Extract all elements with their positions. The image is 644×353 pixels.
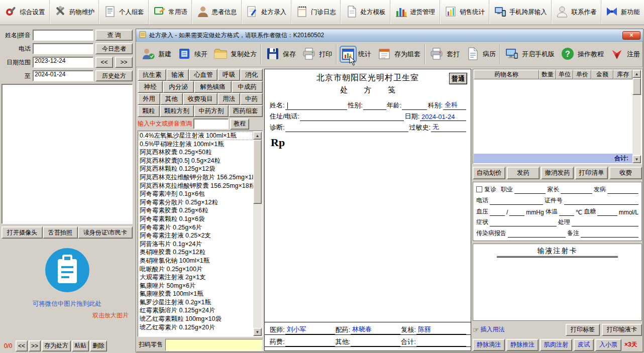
toolbar-item-patient-info[interactable]: 患者信息 xyxy=(192,0,242,25)
copy-rx-button[interactable]: 复制处方 xyxy=(210,45,260,64)
drug-category-button[interactable]: 消化 xyxy=(240,69,263,81)
print-label-button[interactable]: 打印标签 xyxy=(566,324,600,336)
read-idcard-button[interactable]: 读身份证\市民卡 xyxy=(78,226,133,239)
drug-category-button[interactable]: 心血管 xyxy=(189,69,218,81)
toolbar-item-sales-stats[interactable]: 销售统计 xyxy=(440,0,490,25)
delete-button[interactable]: 删除 xyxy=(90,340,107,351)
search-tutorial-button[interactable]: 教程 xyxy=(230,119,249,130)
image-prev-button[interactable]: << xyxy=(16,340,28,351)
injection-method-button[interactable]: 静脉滴注 xyxy=(473,339,505,351)
scroll-up-icon[interactable]: ▲ xyxy=(253,132,262,140)
date-prev-button[interactable]: << xyxy=(95,57,113,68)
patient-list[interactable] xyxy=(2,84,133,224)
scroll-down-icon[interactable]: ▼ xyxy=(632,155,641,163)
toolbar-item-rx-entry[interactable]: 处方录入 xyxy=(242,0,291,25)
table-scrollbar[interactable]: ▲ ▼ xyxy=(632,70,641,163)
toolbar-item-mobile-input[interactable]: 手机跨屏输入 xyxy=(489,0,552,25)
drug-category-button[interactable]: 用法 xyxy=(218,93,240,105)
toolbar-item-settings[interactable]: 综合设置 xyxy=(0,0,50,25)
remark-field[interactable] xyxy=(581,230,638,238)
drug-category-button[interactable]: 解热镇痛 xyxy=(194,81,232,93)
zoom-hint-text[interactable]: 双击放大图片 xyxy=(92,311,133,320)
rx-gender-field[interactable] xyxy=(363,101,386,110)
temp-field[interactable] xyxy=(559,209,574,216)
rx-type-badge[interactable]: 普通 xyxy=(449,73,467,84)
form-phone-field[interactable] xyxy=(490,198,543,205)
drug-category-button[interactable]: 神经 xyxy=(138,81,163,93)
drug-list-item[interactable]: 奥硝唑胶囊 0.25g×12粒 xyxy=(139,248,253,257)
onset-field[interactable] xyxy=(607,187,638,194)
tutorial-button[interactable]: ? 操作教程 xyxy=(558,45,607,64)
scrollbar-track[interactable] xyxy=(253,204,262,328)
drug-category-button[interactable]: 外用 xyxy=(138,93,160,105)
drug-category-button[interactable]: 西药组套 xyxy=(229,105,263,117)
billing-action-button[interactable]: 发药 xyxy=(507,167,540,179)
toolbar-item-rx-template[interactable]: 处方模板 xyxy=(341,0,390,25)
rx-allergy-field[interactable]: 无 xyxy=(431,123,466,132)
save-as-rx-button[interactable]: 存为处方 xyxy=(42,340,71,351)
toolbar-item-new-features[interactable]: 新功能 xyxy=(601,0,644,25)
image-next-button[interactable]: >> xyxy=(29,340,41,351)
id-no-field[interactable] xyxy=(564,198,638,205)
injection-method-button[interactable]: 皮试 xyxy=(574,339,594,351)
scrollbar-thumb[interactable] xyxy=(253,140,262,204)
insert-usage-link[interactable]: ☞ 插入用法 xyxy=(473,325,505,334)
rx-name-field[interactable] xyxy=(285,101,348,110)
drug-list-item[interactable]: 阿奇霉素胶囊 0.25g×6粒 xyxy=(139,206,253,215)
toolbar-item-outpatient-log[interactable]: 门诊日志 xyxy=(291,0,341,25)
rx-age-field[interactable] xyxy=(402,101,427,110)
days-multiplier[interactable]: ×3天 xyxy=(624,340,637,349)
bp-dia-field[interactable] xyxy=(509,209,524,216)
toolbar-item-personal-group[interactable]: 个人组套 xyxy=(99,0,149,25)
phone-input-field[interactable] xyxy=(35,44,91,51)
continue-button[interactable]: 续开 xyxy=(174,45,210,64)
injection-method-button[interactable]: 肌肉注射 xyxy=(540,339,572,351)
date-to-field[interactable] xyxy=(35,71,91,78)
toolbar-item-drug-maintenance[interactable]: 药物维护 xyxy=(50,0,99,25)
drug-list-item[interactable]: 阿莫西林胶囊[0.5] 0.5g×24粒 xyxy=(139,157,253,165)
drug-search-field[interactable] xyxy=(194,119,228,126)
drug-category-button[interactable]: 呼吸 xyxy=(218,69,240,81)
name-pinyin-input-field[interactable] xyxy=(35,30,91,37)
save-button[interactable]: 保存 xyxy=(263,45,299,64)
drug-list-item[interactable]: 阿奇霉素片 0.25g×6片 xyxy=(139,223,253,232)
close-button[interactable]: × xyxy=(622,31,640,40)
drug-list-item[interactable]: 琥乙红霉素片 0.125g×20片 xyxy=(139,323,253,332)
paste-button[interactable]: 粘贴 xyxy=(72,340,89,351)
rx-diag-field[interactable] xyxy=(285,123,409,132)
drug-search-input[interactable] xyxy=(193,119,229,129)
drug-list-scrollbar[interactable]: ▲ ▼ xyxy=(253,132,262,336)
drug-list-item[interactable]: 氟康唑片 50mg×6片 xyxy=(139,282,253,290)
rx-total-field[interactable] xyxy=(416,337,466,346)
drug-category-button[interactable]: 中药 xyxy=(240,93,263,105)
rx-body-area[interactable] xyxy=(265,149,471,322)
toolbar-item-purchase[interactable]: 进货管理 xyxy=(390,0,440,25)
drug-list-item[interactable]: 阿莫西林胶囊 0.25g×50粒 xyxy=(139,148,253,157)
drug-list-item[interactable]: 阿莫西林克拉维酸钾分散片 156.25mg×18 xyxy=(139,173,253,182)
date-to-input[interactable] xyxy=(33,70,93,81)
billing-action-button[interactable]: 撤消发药 xyxy=(541,167,574,179)
guardian-field[interactable] xyxy=(561,187,592,194)
toolbar-item-contact-author[interactable]: 联系作者 xyxy=(552,0,601,25)
date-from-field[interactable] xyxy=(35,57,91,64)
wechat-image-dropzone[interactable]: 可将微信中图片拖到此处 双击放大图片 xyxy=(2,241,133,337)
scrollbar-track[interactable] xyxy=(632,95,641,155)
symptom-field[interactable] xyxy=(490,219,557,226)
scroll-up-icon[interactable]: ▲ xyxy=(632,70,641,78)
register-button[interactable]: 注册 xyxy=(607,45,643,64)
toolbar-item-phrases[interactable]: 常用语 xyxy=(149,0,192,25)
drug-category-button[interactable]: 颗粒 xyxy=(138,105,160,117)
open-camera-button[interactable]: 打开摄像头 xyxy=(2,226,43,239)
fee-field[interactable] xyxy=(285,337,335,346)
drug-list-item[interactable]: 阿昔洛韦片 0.1g×24片 xyxy=(139,240,253,249)
print-button[interactable]: 打印 xyxy=(299,45,335,64)
drug-list-item[interactable]: 奥硝唑氯化钠 100ml×1瓶 xyxy=(139,257,253,265)
drug-list-item[interactable]: 红霉素肠溶片 0.125g×24片 xyxy=(139,306,253,315)
medical-record-button[interactable]: 病历 xyxy=(463,45,499,64)
new-button[interactable]: 新建 xyxy=(138,45,174,64)
template-print-button[interactable]: 套打 xyxy=(426,45,463,64)
stats-button[interactable]: 统计 xyxy=(338,46,374,63)
drug-category-button[interactable]: 其他 xyxy=(160,93,183,105)
revisit-checkbox[interactable] xyxy=(476,186,482,192)
occupation-field[interactable] xyxy=(514,187,546,194)
